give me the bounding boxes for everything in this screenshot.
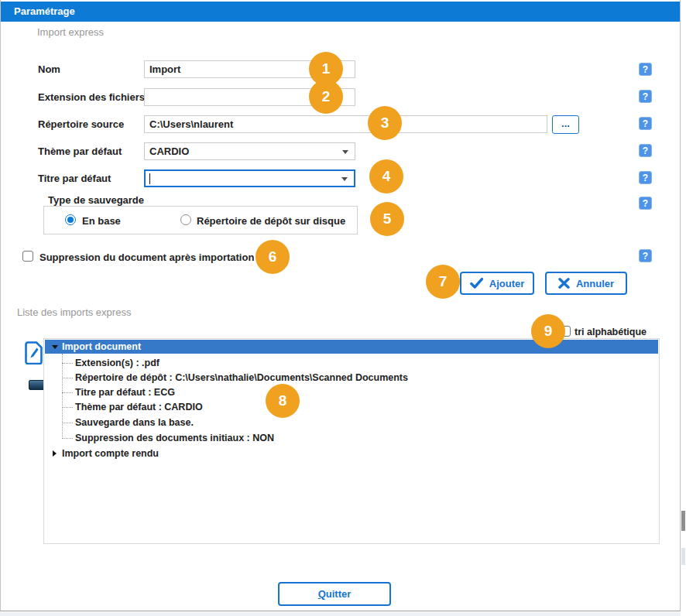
step-badge-6: 6 (256, 240, 290, 274)
tree-child-suppression[interactable]: Suppression des documents initiaux : NON (75, 431, 274, 445)
tree-item-import-compte-rendu[interactable]: Import compte rendu (45, 447, 658, 460)
chevron-down-icon (342, 150, 348, 154)
theme-label: Thème par défaut (38, 145, 122, 157)
titre-label: Titre par défaut (38, 173, 111, 184)
scrollbar-thumb-2[interactable] (681, 548, 685, 565)
step-badge-8: 8 (266, 384, 300, 418)
radio-en-base[interactable] (65, 214, 76, 225)
help-icon-theme[interactable]: ? (639, 144, 652, 157)
tree-child-theme[interactable]: Thème par défaut : CARDIO (75, 400, 203, 414)
tree-connector-line (62, 354, 63, 439)
step-badge-7: 7 (426, 265, 460, 299)
browse-button[interactable]: ... (552, 115, 579, 134)
nom-label: Nom (38, 63, 60, 75)
annuler-label: Annuler (576, 278, 614, 289)
step-badge-5: 5 (370, 202, 404, 236)
radio-depot-disque-label[interactable]: Répertoire de dépôt sur disque (197, 215, 345, 227)
repertoire-source-input[interactable] (144, 115, 547, 133)
quitter-button[interactable]: Quitter (278, 582, 391, 606)
repertoire-source-label: Répertoire source (38, 118, 124, 130)
tree-item-import-document[interactable]: Import document (45, 340, 658, 354)
tree-child-repertoire-depot[interactable]: Répertoire de dépôt : C:\Users\nathalie\… (75, 371, 408, 385)
tri-alphabetique-label: tri alphabétique (575, 327, 647, 337)
tree-child-titre[interactable]: Titre par défaut : ECG (75, 385, 175, 399)
titlebar: Paramétrage (1, 2, 680, 22)
check-icon (470, 278, 483, 289)
help-icon-titre[interactable]: ? (639, 171, 652, 184)
step-badge-3: 3 (368, 106, 402, 140)
extension-label: Extension des fichiers (38, 91, 145, 103)
text-caret (149, 173, 150, 184)
suppression-checkbox[interactable] (22, 251, 33, 262)
suppression-label: Suppression du document après importatio… (39, 252, 254, 263)
chevron-down-icon (341, 177, 348, 181)
tree-child-sauvegarde[interactable]: Sauvegarde dans la base. (75, 416, 194, 429)
step-badge-4: 4 (369, 159, 403, 193)
theme-value: CARDIO (149, 145, 189, 157)
ajouter-button[interactable]: Ajouter (460, 272, 534, 295)
titre-combobox[interactable] (144, 169, 355, 187)
section-label-liste-imports: Liste des imports express (17, 306, 131, 318)
section-label-import-express: Import express (37, 26, 104, 38)
quitter-label: Quitter (318, 588, 352, 600)
window-title: Paramétrage (14, 5, 75, 17)
radio-depot-disque[interactable] (180, 214, 191, 225)
help-icon-repertoire[interactable]: ? (639, 117, 652, 130)
scrollbar-thumb[interactable] (681, 511, 685, 531)
sauvegarde-groupbox: En base Répertoire de dépôt sur disque (43, 206, 358, 234)
step-badge-9: 9 (531, 314, 565, 348)
ajouter-label: Ajouter (489, 278, 525, 289)
theme-combobox[interactable]: CARDIO (144, 142, 355, 160)
tree-child-extension[interactable]: Extension(s) : .pdf (75, 356, 159, 370)
annuler-button[interactable]: Annuler (545, 272, 627, 295)
step-badge-2: 2 (309, 80, 343, 114)
help-icon-suppression[interactable]: ? (639, 249, 652, 262)
help-icon-sauvegarde[interactable]: ? (639, 197, 652, 210)
imports-tree: Import document Extension(s) : .pdf Répe… (43, 338, 660, 544)
x-icon (558, 278, 570, 289)
tree-item-label: Import document (62, 340, 141, 354)
caret-down-icon (52, 345, 58, 349)
window-footer-strip (0, 612, 681, 616)
help-icon-extension[interactable]: ? (639, 90, 652, 103)
sauvegarde-group-label: Type de sauvegarde (48, 194, 144, 206)
caret-right-icon (53, 450, 57, 457)
radio-en-base-label[interactable]: En base (82, 215, 121, 227)
settings-window: Paramétrage Import express Nom Extension… (0, 0, 686, 616)
edit-document-icon[interactable] (25, 341, 43, 364)
help-icon-nom[interactable]: ? (639, 63, 652, 76)
